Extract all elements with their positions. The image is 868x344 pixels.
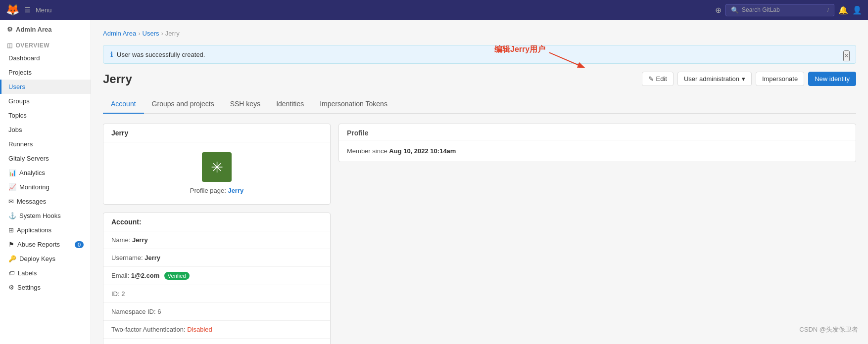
account-username-value: Jerry <box>145 254 160 261</box>
account-fields: Name: Jerry Username: Jerry Email: 1@2.c… <box>103 231 330 344</box>
verified-badge: Verified <box>164 272 190 280</box>
groups-label: Groups <box>8 97 30 105</box>
content-row: Jerry ✳ Profile page: Jerry Account: Nam… <box>103 124 856 344</box>
sidebar-item-projects[interactable]: Projects <box>0 65 91 80</box>
messages-label: Messages <box>17 198 46 205</box>
header-actions: ✎ Edit User administration ▾ Impersonate… <box>642 72 856 86</box>
member-since-value: Aug 10, 2022 10:14am <box>389 147 456 155</box>
alert-message: User was successfully created. <box>117 51 205 58</box>
account-name-label: Name: <box>111 236 132 244</box>
account-email-row: Email: 1@2.com Verified <box>103 267 330 285</box>
account-card: Account: Name: Jerry Username: Jerry Ema… <box>103 213 331 344</box>
gitaly-servers-label: Gitaly Servers <box>8 155 49 162</box>
deploy-keys-icon: 🔑 <box>8 255 16 262</box>
tab-account[interactable]: Account <box>103 95 144 114</box>
search-icon: 🔍 <box>731 6 739 14</box>
sidebar-item-runners[interactable]: Runners <box>0 137 91 151</box>
navbar-left: 🦊 ☰ Menu <box>6 3 52 16</box>
account-2fa-value: Disabled <box>187 326 212 333</box>
settings-icon: ⚙ <box>8 284 14 291</box>
projects-label: Projects <box>8 69 32 76</box>
edit-button[interactable]: ✎ Edit <box>642 72 674 86</box>
panel-left: Jerry ✳ Profile page: Jerry Account: Nam… <box>103 124 331 344</box>
account-2fa-row: Two-factor Authentication: Disabled <box>103 321 330 339</box>
menu-button[interactable]: Menu <box>36 6 52 14</box>
account-name-row: Name: Jerry <box>103 231 330 249</box>
labels-icon: 🏷 <box>8 269 15 277</box>
applications-icon: ⊞ <box>8 226 14 234</box>
account-email-label: Email: <box>111 272 131 279</box>
search-bar[interactable]: 🔍 Search GitLab / <box>725 4 834 16</box>
sidebar-item-jobs[interactable]: Jobs <box>0 123 91 137</box>
account-username-row: Username: Jerry <box>103 249 330 267</box>
navbar: 🦊 ☰ Menu ⊕ 🔍 Search GitLab / 🔔 👤 <box>0 0 868 20</box>
account-username-label: Username: <box>111 254 145 261</box>
user-administration-button[interactable]: User administration ▾ <box>677 72 752 86</box>
impersonate-button[interactable]: Impersonate <box>756 72 804 86</box>
tab-ssh-keys[interactable]: SSH keys <box>222 95 268 114</box>
sidebar-item-gitaly-servers[interactable]: Gitaly Servers <box>0 151 91 166</box>
sidebar-item-dashboard[interactable]: Dashboard <box>0 51 91 65</box>
profile-card: Profile Member since Aug 10, 2022 10:14a… <box>338 124 856 162</box>
breadcrumb-jerry: Jerry <box>165 30 180 37</box>
success-alert: ℹ User was successfully created. 编辑Jerry… <box>103 45 856 64</box>
breadcrumb-sep2: › <box>161 30 163 37</box>
chevron-down-icon: ▾ <box>742 75 745 83</box>
sidebar-item-deploy-keys[interactable]: 🔑 Deploy Keys <box>0 252 91 266</box>
account-card-header: Account: <box>103 213 330 231</box>
profile-page-label: Profile page: Jerry <box>190 187 243 194</box>
abuse-reports-icon: ⚑ <box>8 241 14 248</box>
sidebar-item-groups[interactable]: Groups <box>0 94 91 108</box>
tab-impersonation-tokens[interactable]: Impersonation Tokens <box>312 95 395 114</box>
system-hooks-label: System Hooks <box>19 212 61 219</box>
analytics-label: Analytics <box>19 169 45 176</box>
plus-icon[interactable]: ⊕ <box>715 5 722 15</box>
sidebar-item-monitoring[interactable]: 📈 Monitoring <box>0 180 91 194</box>
sidebar-section-overview: ◫ Overview <box>0 37 91 51</box>
account-external-user-row: External User: No <box>103 339 330 344</box>
sidebar-item-applications[interactable]: ⊞ Applications <box>0 223 91 237</box>
applications-label: Applications <box>17 226 51 234</box>
account-namespace-id-row: Namespace ID: 6 <box>103 303 330 321</box>
runners-label: Runners <box>8 140 33 148</box>
search-shortcut: / <box>827 7 829 13</box>
monitoring-label: Monitoring <box>19 183 49 191</box>
page-title: Jerry <box>103 72 642 86</box>
users-icon[interactable]: 👤 <box>852 5 862 15</box>
account-id-label: ID: <box>111 290 121 298</box>
annotation-arrow <box>549 52 588 72</box>
sidebar-item-settings[interactable]: ⚙ Settings <box>0 280 91 295</box>
sidebar-item-labels[interactable]: 🏷 Labels <box>0 266 91 280</box>
breadcrumb-admin-area[interactable]: Admin Area <box>103 30 136 37</box>
member-since-label: Member since <box>347 147 387 155</box>
tab-identities[interactable]: Identities <box>268 95 312 114</box>
user-card: Jerry ✳ Profile page: Jerry <box>103 124 331 205</box>
search-placeholder: Search GitLab <box>742 6 780 13</box>
sidebar-item-analytics[interactable]: 📊 Analytics <box>0 166 91 180</box>
user-card-header: Jerry <box>103 124 330 142</box>
sidebar: ⚙ Admin Area ◫ Overview Dashboard Projec… <box>0 20 91 344</box>
breadcrumb-users[interactable]: Users <box>143 30 159 37</box>
account-id-value: 2 <box>121 290 125 298</box>
new-identity-button[interactable]: New identity <box>808 72 856 86</box>
breadcrumb-sep1: › <box>138 30 140 37</box>
messages-icon: ✉ <box>8 198 14 205</box>
page-header: Jerry ✎ Edit User administration ▾ Imper… <box>103 72 856 86</box>
sidebar-item-abuse-reports[interactable]: ⚑ Abuse Reports 0 <box>0 237 91 252</box>
alert-close-button[interactable]: × <box>843 50 850 61</box>
gitlab-logo-icon: 🦊 <box>6 3 19 16</box>
admin-area-title: ⚙ Admin Area <box>0 20 91 37</box>
main-content: Admin Area › Users › Jerry ℹ User was su… <box>91 20 868 344</box>
sidebar-item-messages[interactable]: ✉ Messages <box>0 194 91 209</box>
sidebar-item-topics[interactable]: Topics <box>0 108 91 123</box>
topics-label: Topics <box>8 112 27 119</box>
navbar-right: ⊕ 🔍 Search GitLab / 🔔 👤 <box>715 4 862 16</box>
breadcrumb: Admin Area › Users › Jerry <box>103 30 856 37</box>
user-avatar-section: ✳ Profile page: Jerry <box>103 142 330 204</box>
tab-groups-projects[interactable]: Groups and projects <box>144 95 222 114</box>
users-label: Users <box>8 83 25 90</box>
sidebar-item-system-hooks[interactable]: ⚓ System Hooks <box>0 209 91 223</box>
sidebar-item-users[interactable]: Users <box>0 80 91 94</box>
bell-icon[interactable]: 🔔 <box>838 5 848 15</box>
account-2fa-label: Two-factor Authentication: <box>111 326 187 333</box>
